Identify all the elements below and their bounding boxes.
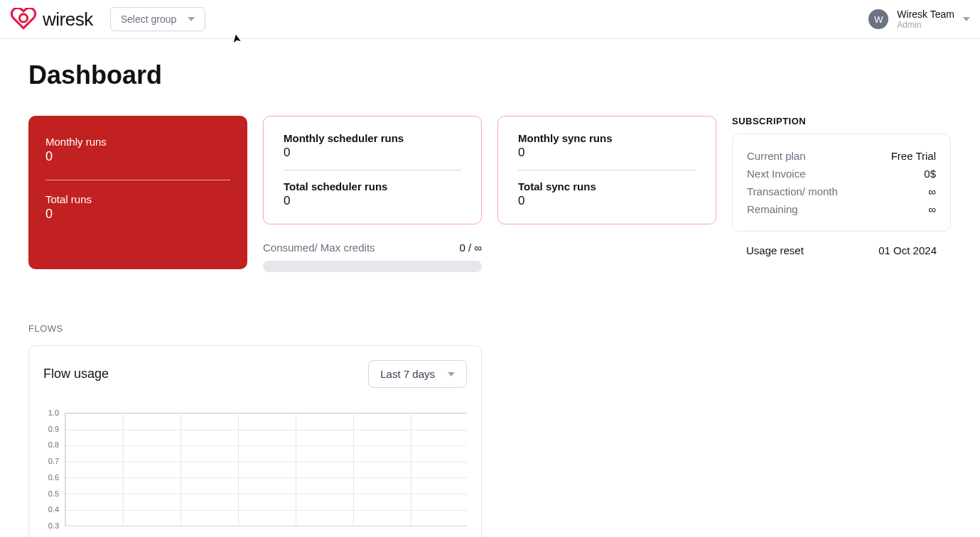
y-tick: 0.9: [43, 425, 59, 433]
total-runs-label: Total runs: [45, 193, 230, 205]
total-scheduler-value: 0: [284, 194, 461, 208]
user-name: Wiresk Team: [897, 9, 954, 20]
period-label: Last 7 days: [380, 368, 435, 380]
user-block: Wiresk Team Admin: [897, 9, 954, 30]
usage-reset-value: 01 Oct 2024: [878, 244, 937, 256]
usage-reset: Usage reset 01 Oct 2024: [732, 244, 951, 256]
svg-point-0: [19, 14, 27, 22]
divider: [518, 170, 696, 170]
flow-usage-title: Flow usage: [43, 367, 109, 381]
stats-grid: Monthly runs 0 Total runs 0 Monthly sche…: [28, 116, 952, 272]
card-scheduler: Monthly scheduler runs 0 Total scheduler…: [263, 116, 482, 224]
total-sync-value: 0: [518, 194, 696, 208]
chevron-down-icon: [963, 17, 970, 21]
sub-row-remaining: Remaining ∞: [747, 200, 936, 218]
monthly-sync-value: 0: [518, 146, 696, 160]
user-role: Admin: [897, 20, 954, 30]
group-selector[interactable]: Select group: [110, 7, 206, 31]
period-selector[interactable]: Last 7 days: [368, 360, 467, 388]
subscription-title: SUBSCRIPTION: [732, 116, 951, 126]
invoice-value: 0$: [924, 168, 936, 180]
logo-text: wiresk: [43, 9, 93, 31]
y-axis-ticks: 1.0 0.9 0.8 0.7 0.6 0.5 0.4 0.3: [43, 409, 59, 530]
sub-row-plan: Current plan Free Trial: [747, 147, 936, 165]
page-title: Dashboard: [28, 60, 952, 90]
subscription-card: Current plan Free Trial Next Invoice 0$ …: [732, 134, 951, 232]
tx-label: Transaction/ month: [747, 185, 838, 197]
credits-progress: [263, 261, 482, 272]
usage-reset-label: Usage reset: [746, 244, 804, 256]
credits-value: 0 / ∞: [459, 242, 482, 254]
total-sync-label: Total sync runs: [518, 180, 696, 192]
monthly-scheduler-label: Monthly scheduler runs: [284, 132, 461, 144]
y-tick: 0.8: [43, 441, 59, 449]
remaining-label: Remaining: [747, 203, 798, 215]
total-scheduler-label: Total scheduler runs: [284, 180, 461, 192]
header-left: wiresk Select group: [10, 7, 205, 31]
sub-row-tx: Transaction/ month ∞: [747, 183, 936, 200]
content: Dashboard Monthly runs 0 Total runs 0 Mo…: [0, 39, 980, 537]
y-tick: 0.3: [43, 522, 59, 530]
tx-value: ∞: [928, 185, 936, 197]
monthly-runs-label: Monthly runs: [45, 136, 230, 148]
monthly-sync-label: Monthly sync runs: [518, 132, 696, 144]
chevron-down-icon: [188, 17, 195, 21]
sub-row-invoice: Next Invoice 0$: [747, 165, 936, 183]
monthly-scheduler-value: 0: [284, 146, 461, 160]
y-tick: 0.5: [43, 490, 59, 498]
monthly-runs-value: 0: [45, 149, 230, 164]
card-runs: Monthly runs 0 Total runs 0: [28, 116, 247, 269]
chart-grid: [65, 413, 467, 526]
user-menu[interactable]: W Wiresk Team Admin: [868, 9, 970, 30]
group-selector-label: Select group: [121, 13, 177, 25]
chevron-down-icon: [448, 372, 455, 376]
y-tick: 0.7: [43, 457, 59, 465]
invoice-label: Next Invoice: [747, 168, 806, 180]
y-tick: 0.4: [43, 506, 59, 514]
flow-header: Flow usage Last 7 days: [43, 360, 467, 388]
flows-section-title: FLOWS: [28, 323, 952, 334]
divider: [45, 180, 230, 180]
flow-usage-chart: 1.0 0.9 0.8 0.7 0.6 0.5 0.4 0.3: [43, 409, 467, 530]
y-tick: 0.6: [43, 474, 59, 482]
remaining-value: ∞: [928, 203, 936, 215]
plan-value: Free Trial: [891, 150, 936, 162]
logo[interactable]: wiresk: [10, 8, 93, 31]
subscription-column: SUBSCRIPTION Current plan Free Trial Nex…: [732, 116, 951, 256]
card-sync: Monthly sync runs 0 Total sync runs 0: [497, 116, 716, 224]
avatar: W: [868, 9, 888, 29]
sync-column: Monthly sync runs 0 Total sync runs 0: [497, 116, 716, 224]
header: wiresk Select group W Wiresk Team Admin: [0, 0, 980, 39]
y-tick: 1.0: [43, 409, 59, 417]
credits-label: Consumed/ Max credits: [263, 242, 375, 254]
flow-usage-card: Flow usage Last 7 days 1.0 0.9 0.8 0.7 0…: [28, 345, 482, 537]
divider: [284, 170, 461, 170]
total-runs-value: 0: [45, 207, 230, 222]
logo-icon: [10, 8, 37, 31]
plan-label: Current plan: [747, 150, 806, 162]
credits-row: Consumed/ Max credits 0 / ∞: [263, 242, 482, 254]
scheduler-column: Monthly scheduler runs 0 Total scheduler…: [263, 116, 482, 272]
